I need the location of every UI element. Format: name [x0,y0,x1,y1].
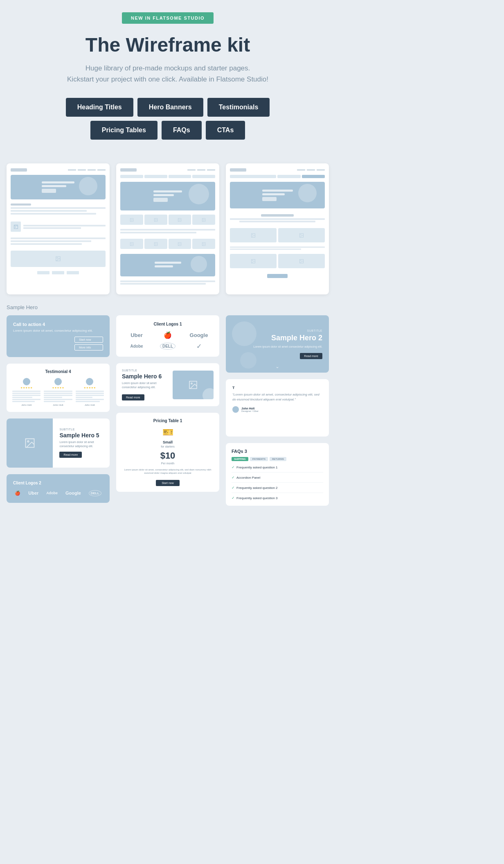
logo-nike: ✓ [185,342,213,350]
svg-point-23 [301,234,302,235]
pricing-title: Pricing Table 1 [122,418,214,423]
faqs-check-1: ✓ [232,465,235,469]
testimonial-big-title: T [232,386,322,390]
faqs-tab-returns[interactable]: RETURNS [270,457,286,461]
btn-group-row2: Pricing Tables FAQs CTAs [8,121,327,140]
logo-adobe: Adobe [123,344,151,348]
faqs-check-4: ✓ [232,496,235,500]
svg-point-5 [131,219,131,219]
hero5-text: Lorem ipsum dolor sit amet consectetur a… [59,440,103,448]
svg-point-25 [252,260,253,261]
preview-section [0,160,335,298]
pricing-card: Pricing Table 1 🎫 Small for starters $10… [116,413,219,492]
svg-point-19 [203,243,203,244]
testimonial-big-role: Designer / Uber [241,410,259,412]
faqs-tabs: SHIPPING PAYMENTS RETURNS [232,457,323,461]
faqs-item-1[interactable]: ✓ Frequently asked question 1 [232,465,323,473]
pricing-plan: Small [122,440,214,444]
testimonial-name-3: John Holt [76,404,104,406]
logo-dell: DELL [160,343,176,350]
logo-uber: Uber [123,332,151,338]
pricing-btn[interactable]: Start now [156,480,180,486]
subtitle: Huge library of pre-made mockups and sta… [8,63,327,85]
svg-point-7 [155,219,155,219]
hero5-title: Sample Hero 5 [59,432,103,439]
hero5-read-more[interactable]: Read more [59,452,82,458]
hero-banners-button[interactable]: Hero Banners [137,98,203,117]
hero5-img [7,418,53,468]
hero6-subtitle: SUBTITLE [122,369,169,372]
faqs-button[interactable]: FAQs [162,121,202,140]
cta-title: Call to action 4 [13,322,103,327]
faqs-item-4[interactable]: ✓ Frequently asked question 3 [232,496,323,500]
pricing-tables-button[interactable]: Pricing Tables [90,121,158,140]
testimonial-name-1: John Holt [12,404,40,406]
faqs-title: FAQs 3 [232,449,323,454]
svg-point-15 [155,243,155,244]
testimonial-item-3: John Holt [76,378,104,406]
hero2-chevron: ⌄ [275,364,279,369]
testimonial-title: Testimonial 4 [12,369,104,374]
pricing-period: Per month [122,462,214,465]
testimonial-item-1: John Holt [12,378,40,406]
pricing-desc: for starters [122,445,214,448]
cta-card: Call to action 4 Lorem ipsum dolor sit a… [7,315,110,357]
logo-apple: 🍎 [154,331,182,339]
new-badge[interactable]: NEW IN FLATSOME STUDIO [122,12,214,24]
svg-point-21 [252,234,253,235]
svg-point-29 [27,441,29,442]
preview-card-2 [116,163,219,294]
faqs-item-text-1: Frequently asked question 1 [236,466,278,469]
svg-point-17 [179,243,179,244]
svg-point-13 [131,243,131,244]
preview-card-1 [7,163,110,294]
svg-point-31 [191,383,192,384]
testimonial-big-name: John Holt [241,407,259,410]
hero6-read-more[interactable]: Read more [122,394,144,400]
ctas-button[interactable]: CTAs [206,121,245,140]
hero6-title: Sample Hero 6 [122,373,169,380]
logo2-google: Google [65,491,81,495]
testimonial-big-card: T "Lorem ipsum dolor sit amet, consectet… [226,379,329,437]
faqs-tab-shipping[interactable]: SHIPPING [232,457,248,461]
middle-column: Client Logos 1 Uber 🍎 Google Adobe DELL … [113,312,223,509]
heading-titles-button[interactable]: Heading Titles [66,98,133,117]
preview-card-3 [226,163,329,294]
hero6-text: Lorem ipsum dolor sit amet consectetur a… [122,381,169,389]
client-logos2-title: Client Logos 2 [13,481,103,485]
bottom-grid: Call to action 4 Lorem ipsum dolor sit a… [0,312,335,509]
faqs-tab-payments[interactable]: PAYMENTS [250,457,268,461]
testimonials-button[interactable]: Testimonials [207,98,270,117]
faqs-item-3[interactable]: ✓ Frequently asked question 2 [232,486,323,493]
right-column: SUBTITLE Sample Hero 2 Lorem ipsum dolor… [223,312,332,509]
logo2-dell: DELL [89,490,101,496]
svg-point-9 [179,219,179,219]
faqs-check-3: ✓ [232,486,235,490]
svg-point-27 [301,260,302,261]
cta-btn2[interactable]: More info [74,344,103,351]
cta-text: Lorem ipsum dolor sit amet, consectetur … [13,328,103,333]
client-logos1-title: Client Logos 1 [123,322,213,326]
faqs-item-2[interactable]: ✓ Accordion Panel [232,475,323,483]
logo2-adobe: Adobe [46,491,58,495]
client-logos2-card: Client Logos 2 🍎 Uber Adobe Google DELL [7,474,110,503]
logo2-apple: 🍎 [15,491,20,496]
logo2-uber: Uber [28,491,38,495]
pricing-price: $10 [122,450,214,461]
faqs-item-text-2: Accordion Panel [236,476,260,479]
client-logos1-card: Client Logos 1 Uber 🍎 Google Adobe DELL … [116,315,219,357]
cta-btn1[interactable]: Start now [74,337,103,343]
hero6-img [173,371,214,399]
hero2-btn[interactable]: Read more [300,353,322,359]
svg-point-1 [15,227,16,228]
hero6-card: SUBTITLE Sample Hero 6 Lorem ipsum dolor… [116,363,219,406]
hero5-subtitle: SUBTITLE [59,428,103,431]
header-section: NEW IN FLATSOME STUDIO The Wireframe kit… [0,0,335,152]
hero2-card: SUBTITLE Sample Hero 2 Lorem ipsum dolor… [226,315,329,373]
svg-point-3 [57,258,58,258]
btn-group-row1: Heading Titles Hero Banners Testimonials [8,98,327,117]
testimonial-big-avatar [232,406,239,413]
pricing-icon: 🎫 [122,427,214,438]
testimonial-item-2: John Holt [44,378,72,406]
logo-google: Google [185,332,213,338]
